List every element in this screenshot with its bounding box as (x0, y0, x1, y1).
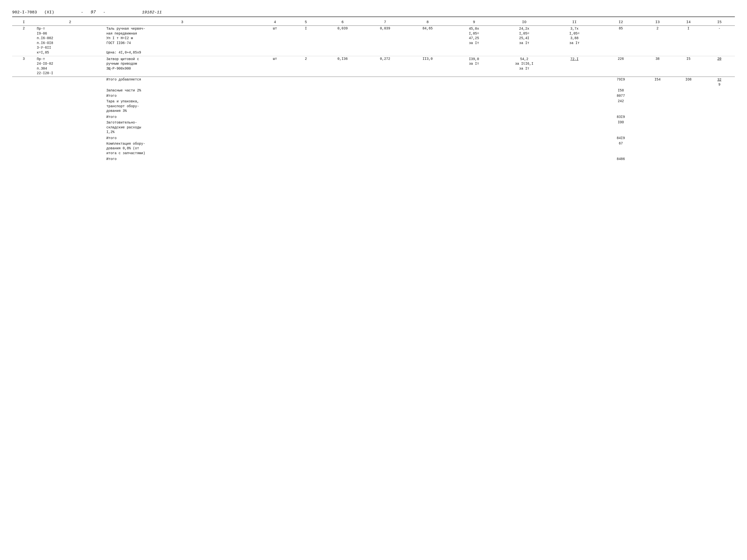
table-row: 3 Пр-т 24-IO-02 п.304 22-I20-I Затвор щи… (12, 56, 735, 77)
summary-c12: 8077 (600, 93, 642, 99)
column-headers-row: I 2 3 4 5 6 7 8 9 IO II I2 I3 I4 I5 (12, 20, 735, 26)
col-header-8: 8 (406, 20, 449, 26)
row-c8-2: II3,0 (406, 56, 449, 77)
col-header-5: 5 (290, 20, 321, 26)
table-row: 2 Пр-т I9-06 п.I6-002 п.I6-OI8 3-У-6II к… (12, 26, 735, 56)
summary-row-komplekt: Комплектация обору- дования 0,8% (от ито… (12, 141, 735, 157)
col-header-3: 3 (105, 20, 259, 26)
summary-c12: 242 (600, 99, 642, 114)
summary-row-itogo-final: Итого 8486 (12, 156, 735, 162)
col-header-4: 4 (259, 20, 290, 26)
col-header-14: I4 (673, 20, 704, 26)
row-qty-2: 2 (290, 56, 321, 77)
summary-row-itogo1: Итого 8077 (12, 93, 735, 99)
row-c10-2: 54,2 за ItI6,I за Iт (499, 56, 549, 77)
row-c7-2: 0,272 (364, 56, 406, 77)
row-c11-1: 3,7х I,05= 3,88 за Iт (549, 26, 600, 56)
summary-c12: 8486 (600, 156, 642, 162)
row-desc-2: Затвор щитовой с ручным приводом ЗЩ-Р-90… (105, 56, 259, 77)
dash2: - (103, 10, 106, 15)
row-c9-2: I39,0 за Iт (449, 56, 499, 77)
summary-row-itogo3: Итого 84I9 (12, 135, 735, 141)
summary-c13: I54 (642, 77, 673, 88)
col-header-11: II (549, 20, 600, 26)
summary-c12: IOO (600, 120, 642, 135)
row-c13-2: 38 (642, 56, 673, 77)
summary-label: Тара и упаковка, транспорт обору- довани… (105, 99, 259, 114)
summary-c14: IO8 (673, 77, 704, 88)
col-header-2: 2 (35, 20, 105, 26)
row-qty-1: I (290, 26, 321, 56)
row-ref-1: Пр-т I9-06 п.I6-002 п.I6-OI8 3-У-6II к=I… (35, 26, 105, 56)
row-c6-2: 0,I36 (321, 56, 364, 77)
main-table: I 2 3 4 5 6 7 8 9 IO II I2 I3 I4 I5 2 Пр… (12, 20, 735, 162)
col-header-6: 6 (321, 20, 364, 26)
header-row: 902-I-7083 (XI) - 97 - 19182-11 (12, 10, 735, 15)
row-num: 3 (12, 56, 35, 77)
row-num: 2 (12, 26, 35, 56)
page-number: 97 (91, 10, 96, 15)
summary-row-tara: Тара и упаковка, транспорт обору- довани… (12, 99, 735, 114)
col-header-9: 9 (449, 20, 499, 26)
col-header-15: I5 (704, 20, 735, 26)
summary-label: Итого (105, 135, 259, 141)
row-c6-1: 0,039 (321, 26, 364, 56)
doc-number: 902-I-7083 (12, 10, 37, 15)
summary-row-itogo-dobavl: Итого добавляется 79I9 I54 IO8 32 9 (12, 77, 735, 88)
row-c12-2: 226 (600, 56, 642, 77)
summary-label: Итого (105, 93, 259, 99)
dash1: - (81, 10, 83, 15)
row-c10-1: 24,2х I,05= 25,4I за Iт (499, 26, 549, 56)
row-c15-1: - (704, 26, 735, 56)
summary-c12: 83I9 (600, 114, 642, 120)
doc-type: (XI) (44, 10, 54, 15)
right-code: 19182-11 (142, 10, 162, 15)
top-divider (12, 17, 735, 17)
row-c14-2: I5 (673, 56, 704, 77)
col-header-1: I (12, 20, 35, 26)
col-header-7: 7 (364, 20, 406, 26)
summary-label: Итого (105, 156, 259, 162)
row-unit-2: шт (259, 56, 290, 77)
summary-c12: 79I9 (600, 77, 642, 88)
summary-label: Комплектация обору- дования 0,8% (от ито… (105, 141, 259, 157)
row-c14-1: I (673, 26, 704, 56)
row-c9-1: 45,0х I,05= 47,25 за Iт (449, 26, 499, 56)
summary-row-itogo2: Итого 83I9 (12, 114, 735, 120)
summary-c12: 84I9 (600, 135, 642, 141)
row-c7-1: 0,039 (364, 26, 406, 56)
row-desc-1: Таль ручная червяч- ная передвижная Уп I… (105, 26, 259, 56)
row-c8-1: 84,65 (406, 26, 449, 56)
row-c15-2: 20 (704, 56, 735, 77)
summary-label: Заготовительно- складские расходы I,2% (105, 120, 259, 135)
summary-c15: 32 9 (704, 77, 735, 88)
summary-label: Итого (105, 114, 259, 120)
row-c11-2: 72,I (549, 56, 600, 77)
summary-label: Итого добавляется (105, 77, 259, 88)
row-unit-1: шт (259, 26, 290, 56)
summary-row-zapchasti: Запасные части 2% I58 (12, 88, 735, 93)
col-header-12: I2 (600, 20, 642, 26)
col-header-13: I3 (642, 20, 673, 26)
summary-c12: 67 (600, 141, 642, 157)
summary-row-zagotov: Заготовительно- складские расходы I,2% I… (12, 120, 735, 135)
col-header-10: IO (499, 20, 549, 26)
row-c13-1: 2 (642, 26, 673, 56)
summary-label: Запасные части 2% (105, 88, 259, 93)
summary-c12: I58 (600, 88, 642, 93)
row-c12-1: 85 (600, 26, 642, 56)
row-ref-2: Пр-т 24-IO-02 п.304 22-I20-I (35, 56, 105, 77)
